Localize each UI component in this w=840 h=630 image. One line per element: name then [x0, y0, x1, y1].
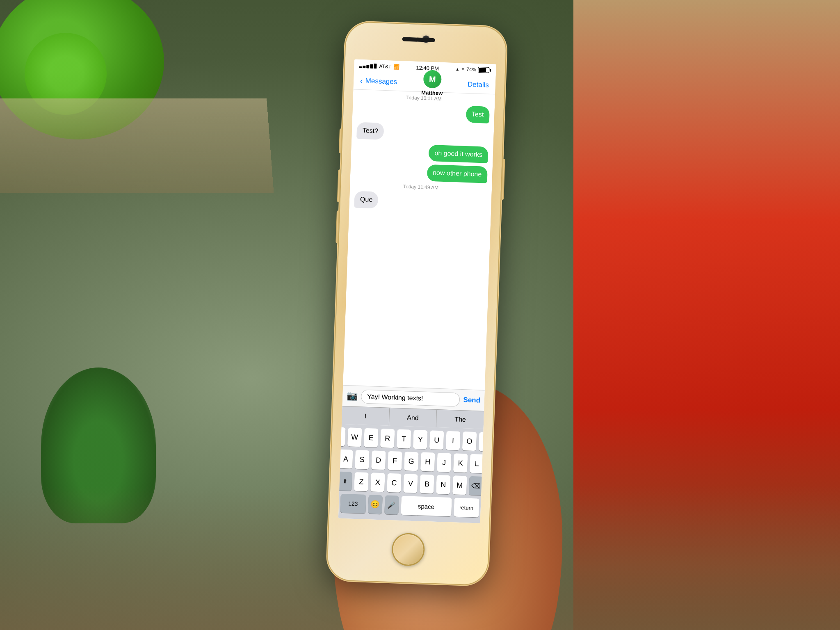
key-l[interactable]: L — [470, 454, 484, 473]
keyboard: Q W E R T Y U I O P A S — [338, 424, 484, 523]
key-b[interactable]: B — [420, 475, 434, 494]
emoji-key[interactable]: 😊 — [368, 495, 383, 514]
earpiece-speaker — [402, 37, 435, 42]
message-row: now other phone — [355, 162, 488, 183]
key-w[interactable]: W — [347, 427, 362, 447]
return-key[interactable]: return — [454, 498, 479, 517]
battery-icon — [478, 67, 491, 73]
carrier-label: AT&T — [379, 63, 391, 69]
signal-dot-2 — [363, 66, 365, 68]
mic-key[interactable]: 🎤 — [384, 495, 399, 515]
signal-bars — [359, 63, 377, 68]
key-o[interactable]: O — [462, 431, 477, 451]
key-k[interactable]: K — [453, 453, 468, 472]
signal-dot-4 — [370, 64, 373, 68]
key-v[interactable]: V — [403, 474, 418, 493]
messages-area: Today 10:11 AM Test Test? — [343, 89, 495, 390]
signal-dot-5 — [374, 64, 377, 68]
signal-dot-1 — [359, 66, 362, 68]
bluetooth-icon: ✦ — [461, 66, 465, 72]
key-z[interactable]: Z — [354, 472, 369, 491]
key-r[interactable]: R — [380, 429, 395, 448]
details-button[interactable]: Details — [468, 80, 489, 89]
back-button[interactable]: ‹ Messages — [360, 76, 397, 86]
key-d[interactable]: D — [371, 450, 386, 470]
camera-button[interactable]: 📷 — [347, 390, 358, 402]
iphone-body: AT&T 📶 12:40 PM ▲ ✦ 74% — [327, 22, 507, 585]
message-row: Test? — [356, 122, 489, 143]
iphone-screen: AT&T 📶 12:40 PM ▲ ✦ 74% — [338, 59, 496, 523]
key-f[interactable]: F — [388, 451, 402, 470]
key-y[interactable]: Y — [413, 430, 428, 449]
key-m[interactable]: M — [452, 475, 467, 495]
key-n[interactable]: N — [436, 475, 451, 494]
shift-key[interactable]: ⬆ — [338, 472, 352, 491]
message-row: Que — [354, 191, 486, 212]
message-bubble: Test — [466, 106, 490, 123]
wifi-icon: 📶 — [393, 64, 399, 70]
back-chevron-icon: ‹ — [360, 76, 363, 84]
message-bubble: oh good it works — [429, 144, 488, 163]
battery-percent: 74% — [466, 66, 477, 73]
numbers-key[interactable]: 123 — [340, 494, 366, 514]
home-button[interactable] — [391, 532, 425, 566]
desk-surface — [0, 98, 274, 193]
signal-dot-3 — [366, 65, 369, 68]
backspace-key[interactable]: ⌫ — [469, 476, 484, 495]
keyboard-row-3: ⬆ Z X C V B N M ⌫ — [341, 472, 480, 495]
autocomplete-item-2[interactable]: And — [389, 408, 437, 427]
send-button[interactable]: Send — [463, 396, 480, 404]
status-right: ▲ ✦ 74% — [455, 66, 491, 73]
iphone-wrapper: AT&T 📶 12:40 PM ▲ ✦ 74% — [327, 22, 507, 585]
time-label-1: Today 10:11 AM — [358, 93, 490, 103]
key-i[interactable]: I — [446, 431, 461, 450]
keyboard-row-1: Q W E R T Y U I O P — [342, 427, 482, 451]
key-u[interactable]: U — [429, 430, 444, 450]
key-h[interactable]: H — [420, 452, 435, 472]
message-bubble: now other phone — [427, 164, 488, 183]
message-row: oh good it works — [356, 142, 488, 163]
autocomplete-item-3[interactable]: The — [436, 410, 484, 429]
status-left: AT&T 📶 — [359, 63, 399, 70]
message-bubble: Que — [354, 191, 379, 209]
key-q[interactable]: Q — [338, 427, 346, 446]
message-row: Test — [357, 102, 490, 123]
signal-strength-icon: ▲ — [455, 66, 459, 71]
message-input[interactable]: Yay! Working texts! — [361, 389, 460, 406]
key-t[interactable]: T — [397, 429, 411, 449]
time-label-2: Today 11:49 AM — [355, 182, 487, 192]
back-label: Messages — [365, 77, 397, 86]
key-e[interactable]: E — [364, 428, 379, 447]
keyboard-row-2: A S D F G H J K L — [342, 450, 481, 473]
key-x[interactable]: X — [370, 472, 385, 492]
key-g[interactable]: G — [404, 452, 419, 471]
space-key[interactable]: space — [401, 496, 452, 516]
key-c[interactable]: C — [387, 473, 402, 493]
message-bubble: Test? — [356, 122, 384, 139]
key-p[interactable]: P — [479, 432, 493, 452]
key-s[interactable]: S — [355, 450, 370, 469]
key-j[interactable]: J — [437, 453, 452, 472]
key-a[interactable]: A — [338, 450, 353, 469]
keyboard-row-4: 123 😊 🎤 space return — [340, 494, 479, 518]
autocomplete-item-1[interactable]: I — [342, 406, 390, 426]
contact-avatar: M — [423, 70, 442, 89]
